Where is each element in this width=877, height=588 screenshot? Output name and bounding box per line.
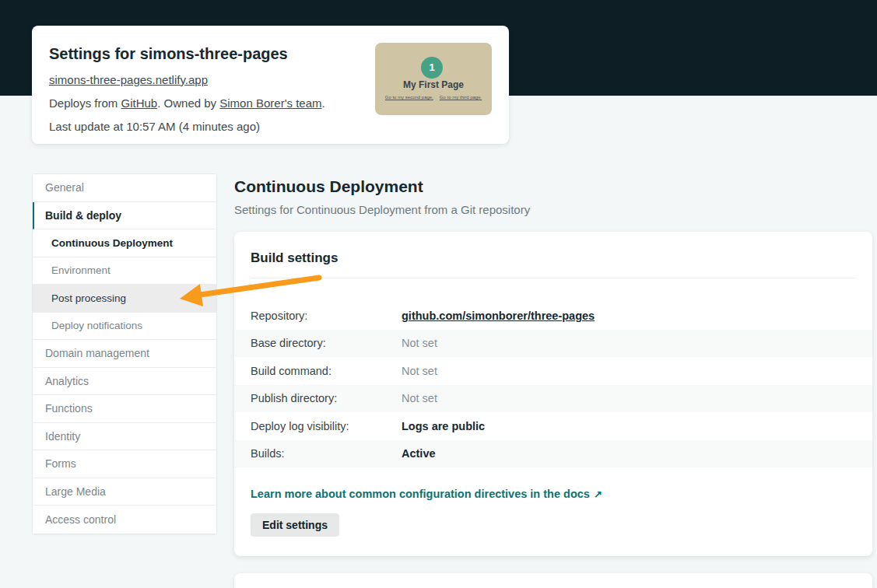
- heading-divider: [251, 278, 856, 278]
- row-value: Not set: [402, 365, 437, 377]
- preview-link-third: Go to my third page.: [440, 95, 482, 100]
- build-settings-card: Build settings Repository: github.com/si…: [234, 232, 872, 556]
- sidebar-item-general[interactable]: General: [33, 174, 216, 202]
- row-label: Builds:: [234, 447, 402, 460]
- owned-by-text: . Owned by: [157, 96, 219, 110]
- preview-badge: 1: [421, 57, 443, 79]
- row-value: Active: [402, 447, 436, 460]
- table-row-publish-directory: Publish directory: Not set: [234, 385, 872, 413]
- row-label: Deploy log visibility:: [234, 420, 402, 432]
- owned-by-suffix: .: [322, 96, 325, 110]
- row-value: Not set: [402, 392, 437, 404]
- sidebar-item-domain-management[interactable]: Domain management: [33, 340, 216, 368]
- preview-page-title: My First Page: [375, 79, 492, 90]
- site-domain-link[interactable]: simons-three-pages.netlify.app: [49, 73, 208, 86]
- github-link[interactable]: GitHub: [121, 96, 158, 110]
- settings-sidebar: General Build & deploy Continuous Deploy…: [32, 173, 217, 534]
- table-row-repository: Repository: github.com/simonborer/three-…: [234, 302, 872, 330]
- row-value: Not set: [402, 337, 437, 349]
- row-label: Repository:: [234, 310, 402, 322]
- site-preview-thumbnail[interactable]: 1 My First Page Go to my second page.Go …: [375, 43, 492, 115]
- row-value: Logs are public: [402, 420, 485, 432]
- row-label: Publish directory:: [234, 392, 402, 404]
- sidebar-item-large-media[interactable]: Large Media: [33, 478, 216, 506]
- site-summary-card: Settings for simons-three-pages simons-t…: [32, 26, 509, 144]
- docs-link[interactable]: Learn more about common configuration di…: [251, 488, 602, 500]
- preview-link-second: Go to my second page.: [385, 95, 433, 100]
- deploy-contexts-heading: Deploy contexts: [234, 573, 872, 588]
- last-update-text: Last update at 10:57 AM (4 minutes ago): [49, 120, 492, 133]
- sidebar-item-build-and-deploy[interactable]: Build & deploy: [33, 202, 216, 230]
- deploys-from-text: Deploys from: [49, 96, 121, 110]
- table-row-build-command: Build command: Not set: [234, 357, 872, 385]
- sidebar-item-post-processing[interactable]: Post processing: [33, 285, 216, 313]
- external-link-icon: ↗: [594, 488, 602, 500]
- sidebar-item-analytics[interactable]: Analytics: [33, 368, 216, 396]
- preview-links: Go to my second page.Go to my third page…: [375, 95, 492, 100]
- sidebar-item-environment[interactable]: Environment: [33, 257, 216, 285]
- build-settings-heading: Build settings: [234, 232, 872, 278]
- table-row-builds: Builds: Active: [234, 440, 872, 468]
- sidebar-item-access-control[interactable]: Access control: [33, 506, 216, 534]
- sidebar-item-deploy-notifications[interactable]: Deploy notifications: [33, 313, 216, 341]
- sidebar-item-continuous-deployment[interactable]: Continuous Deployment: [33, 229, 216, 257]
- deploy-contexts-card: Deploy contexts: [234, 573, 872, 588]
- row-label: Base directory:: [234, 337, 402, 349]
- sidebar-item-forms[interactable]: Forms: [33, 450, 216, 478]
- table-row-deploy-log-visibility: Deploy log visibility: Logs are public: [234, 412, 872, 440]
- repository-link[interactable]: github.com/simonborer/three-pages: [402, 310, 595, 322]
- row-label: Build command:: [234, 365, 402, 377]
- sidebar-item-identity[interactable]: Identity: [33, 423, 216, 451]
- page-title: Continuous Deployment: [234, 177, 872, 196]
- build-settings-table: Repository: github.com/simonborer/three-…: [234, 302, 872, 467]
- sidebar-item-functions[interactable]: Functions: [33, 395, 216, 423]
- page-subtitle: Settings for Continuous Deployment from …: [234, 203, 872, 216]
- team-link[interactable]: Simon Borer's team: [219, 96, 321, 110]
- edit-settings-button[interactable]: Edit settings: [251, 513, 339, 537]
- table-row-base-directory: Base directory: Not set: [234, 330, 872, 358]
